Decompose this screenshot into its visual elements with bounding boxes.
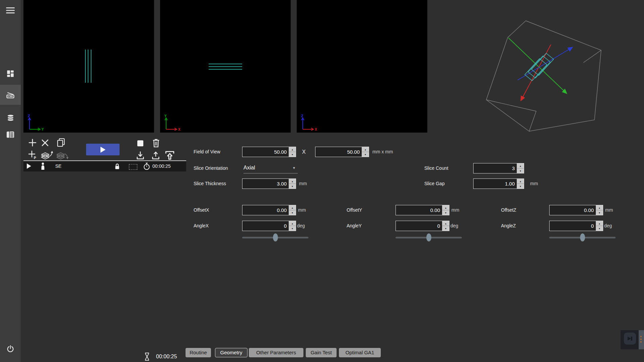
slice-count-input[interactable]: 3 ▲ ▼ <box>473 163 524 173</box>
copy-button[interactable] <box>56 138 66 148</box>
slice-line <box>88 50 88 83</box>
spin-down-button[interactable]: ▼ <box>289 184 296 189</box>
offsetx-input[interactable]: 0.00 ▲ ▼ <box>242 205 296 215</box>
spin-down-button[interactable]: ▼ <box>289 210 296 215</box>
add-button[interactable] <box>28 138 37 147</box>
upload-top-icon <box>164 150 175 160</box>
layers-down-icon <box>56 150 69 160</box>
angley-unit: deg <box>450 221 458 231</box>
slider-thumb[interactable] <box>426 233 431 241</box>
anglex-input[interactable]: 0 ▲ ▼ <box>242 221 296 231</box>
stop-button[interactable] <box>137 140 144 147</box>
sidebar-item-dashboard[interactable] <box>0 68 21 80</box>
axis-label-horizontal: X <box>178 127 181 132</box>
anglex-unit: deg <box>297 221 305 231</box>
power-icon <box>6 345 15 353</box>
slider-thumb[interactable] <box>580 233 585 241</box>
slice-thickness-input[interactable]: 3.00 ▲ ▼ <box>242 178 296 189</box>
sidebar-item-scanner[interactable] <box>0 85 21 105</box>
spin-up-button[interactable]: ▲ <box>289 179 296 184</box>
fov-label: Field of View <box>194 147 220 157</box>
axis-label-vertical: Y <box>164 114 167 118</box>
spin-down-button[interactable]: ▼ <box>442 210 449 215</box>
offsetx-value[interactable]: 0.00 <box>242 205 289 215</box>
power-button[interactable] <box>0 342 21 356</box>
run-button[interactable] <box>86 144 120 155</box>
scene-3d-view[interactable] <box>429 0 644 154</box>
spin-down-button[interactable]: ▼ <box>289 152 296 157</box>
sidebar-item-protocol-card[interactable] <box>0 128 21 141</box>
corner-overlay-widget[interactable] <box>621 330 644 349</box>
offsetz-value[interactable]: 0.00 <box>550 205 596 215</box>
anglez-slider[interactable] <box>549 233 616 242</box>
slice-orientation-dropdown[interactable]: Axial ▼ <box>243 163 298 173</box>
slider-thumb[interactable] <box>273 233 278 241</box>
tab-geometry[interactable]: Geometry <box>215 348 247 357</box>
offsetz-label: OffsetZ <box>501 205 516 215</box>
spin-up-button[interactable]: ▲ <box>289 205 296 210</box>
viewport-coronal[interactable]: Y X <box>160 0 291 133</box>
sidebar-item-database[interactable] <box>0 111 21 125</box>
anglex-label: AngleX <box>194 221 209 231</box>
spin-down-button[interactable]: ▼ <box>362 152 369 157</box>
fov-height-input[interactable]: 50.00 ▲ ▼ <box>315 147 369 157</box>
offsetz-unit: mm <box>605 205 613 215</box>
widget-app-icon[interactable] <box>624 333 636 345</box>
anglex-slider[interactable] <box>242 233 308 242</box>
offsetz-input[interactable]: 0.00 ▲ ▼ <box>549 205 603 215</box>
spin-up-button[interactable]: ▲ <box>289 221 296 226</box>
tab-other-parameters[interactable]: Other Parameters <box>249 348 303 357</box>
selection-box-icon[interactable] <box>129 164 137 170</box>
sequence-play-icon[interactable] <box>27 163 31 169</box>
anglez-value[interactable]: 0 <box>550 221 596 231</box>
fov-width-value[interactable]: 50.00 <box>242 147 289 157</box>
spin-down-button[interactable]: ▼ <box>517 184 524 189</box>
add-point-button[interactable]: P <box>28 150 37 159</box>
fov-height-value[interactable]: 50.00 <box>315 147 362 157</box>
spin-up-button[interactable]: ▲ <box>289 147 296 152</box>
spin-up-button[interactable]: ▲ <box>596 205 603 210</box>
stop-icon <box>137 140 144 147</box>
lock-icon[interactable] <box>114 163 120 170</box>
apply-layers-button[interactable] <box>40 150 54 160</box>
angley-slider[interactable] <box>396 233 462 242</box>
fov-width-input[interactable]: 50.00 ▲ ▼ <box>242 147 296 157</box>
offsety-value[interactable]: 0.00 <box>396 205 442 215</box>
download-button[interactable] <box>136 151 145 160</box>
anglex-value[interactable]: 0 <box>242 221 289 231</box>
spin-up-button[interactable]: ▲ <box>442 221 449 226</box>
scanner-icon <box>6 90 15 99</box>
slice-gap-unit: mm <box>530 178 538 189</box>
spin-up-button[interactable]: ▲ <box>517 163 524 168</box>
angley-input[interactable]: 0 ▲ ▼ <box>396 221 449 231</box>
viewport-axial[interactable]: Z X <box>297 0 427 133</box>
spin-down-button[interactable]: ▼ <box>596 210 603 215</box>
slice-thickness-value[interactable]: 3.00 <box>242 179 289 189</box>
export-top-button[interactable] <box>164 150 175 160</box>
slice-gap-value[interactable]: 1.00 <box>474 179 517 189</box>
spin-down-button[interactable]: ▼ <box>442 226 449 231</box>
spin-down-button[interactable]: ▼ <box>289 226 296 231</box>
offsety-input[interactable]: 0.00 ▲ ▼ <box>396 205 449 215</box>
protocol-card-icon <box>6 130 15 139</box>
delete-cross-button[interactable] <box>41 139 49 147</box>
spin-up-button[interactable]: ▲ <box>442 205 449 210</box>
sequence-row[interactable]: SE 00:00:25 <box>23 161 186 171</box>
angley-value[interactable]: 0 <box>396 221 442 231</box>
tab-gain-test[interactable]: Gain Test <box>306 348 337 357</box>
viewport-sagittal[interactable]: Z Y <box>23 0 154 133</box>
slice-count-value[interactable]: 3 <box>474 163 517 173</box>
tab-optimal-ga1[interactable]: Optimal GA1 <box>339 348 381 357</box>
upload-button[interactable] <box>151 151 160 160</box>
spin-down-button[interactable]: ▼ <box>517 168 524 173</box>
tab-routine[interactable]: Routine <box>186 348 211 357</box>
spin-up-button[interactable]: ▲ <box>596 221 603 226</box>
trash-button[interactable] <box>151 138 161 148</box>
spin-up-button[interactable]: ▲ <box>517 179 524 184</box>
plus-p-icon: P <box>28 150 37 159</box>
spin-up-button[interactable]: ▲ <box>362 147 369 152</box>
slice-gap-input[interactable]: 1.00 ▲ ▼ <box>473 178 524 189</box>
menu-button[interactable] <box>0 5 21 16</box>
spin-down-button[interactable]: ▼ <box>596 226 603 231</box>
anglez-input[interactable]: 0 ▲ ▼ <box>549 221 603 231</box>
